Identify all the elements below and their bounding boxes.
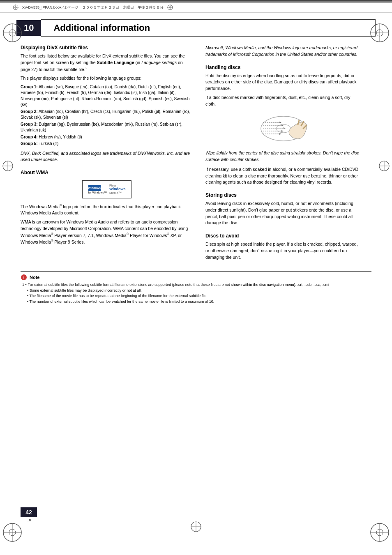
group2-line: Group 2: Albanian (sq), Croatian (hr), C… [21,109,193,121]
section-storing-title: Storing discs [205,192,362,198]
wma-para1: The Windows Media® logo printed on the b… [21,203,193,216]
avoid-para1: Discs spin at high speed inside the play… [205,241,362,260]
note-icon: ! [21,274,27,281]
handling-para2: If a disc becomes marked with fingerprin… [205,94,362,108]
corner-mark-bbr [369,522,390,543]
handling-para1: Hold the disc by its edges when handling… [205,73,362,92]
crosshair-small-icon-right [167,4,173,11]
mid-mark-left [2,160,14,172]
wma-flag-icon: Windows for Windows™ [88,185,107,194]
chapter-header: 10 Additional information [16,19,376,37]
content-area: Displaying DivX subtitle files The font … [21,45,371,263]
section-wma-title: About WMA [21,170,193,175]
note-header: ! Note [21,274,371,281]
file-info-bar: XV-DV535_IPPAN.book 42 ページ ２００５年２月２３日 水曜… [0,2,392,13]
handling-para3: If necessary, use a cloth soaked in alco… [205,166,362,186]
section-divx-title: Displaying DivX subtitle files [21,45,193,51]
note-bullet-2: • The filename of the movie file has to … [27,293,371,299]
section-handling-title: Handling discs [205,64,362,70]
wma-para2: WMA is an acronym for Windows Media Audi… [21,219,193,245]
group5-line: Group 5: Turkish (tr) [21,141,193,147]
corner-mark-tr [369,23,390,43]
svg-marker-31 [284,127,286,129]
corner-mark-bbl [2,522,23,543]
group1-line: Group 1: Albanian (sq), Basque (eu), Cat… [21,84,193,108]
note-bullet-3: • The number of external subtitle files … [27,299,371,305]
crosshair-small-icon [12,4,19,11]
section-avoid-title: Discs to avoid [205,233,362,239]
note-bullet-1: • Some external subtitle files may be di… [27,288,371,294]
svg-text:!: ! [23,276,25,280]
note-label: Note [30,275,39,280]
page-lang: En [26,518,31,522]
svg-marker-30 [281,124,284,126]
bottom-center-mark [190,521,202,532]
wma-logo: Windows for Windows™ Plays Windows Media… [82,180,132,198]
page-number-area: 42 En [21,507,37,522]
divx-trademark: DivX, DivX Certified, and associated log… [21,150,193,164]
microsoft-trademark: Microsoft, Windows Media, and the Window… [205,45,362,58]
note-section: ! Note 1 • For external subtitle files t… [21,271,371,304]
disc-illustration [205,112,362,145]
corner-mark-tl [2,23,23,43]
disc-caption: Wipe lightly from the center of the disc… [205,150,362,163]
left-column: Displaying DivX subtitle files The font … [21,45,193,263]
svg-marker-29 [279,122,281,123]
note-items: 1 • For external subtitle files the foll… [21,282,371,304]
svg-marker-33 [279,133,281,135]
group3-line: Group 3: Bulgarian (bg), Byelorussian (b… [21,122,193,134]
disc-cleaning-svg [255,112,312,145]
divx-para2: This player displays subtitles for the f… [21,75,193,82]
divx-para1: The font sets listed below are available… [21,53,193,73]
note-footnote: 1 • For external subtitle files the foll… [22,282,371,288]
svg-marker-32 [281,130,284,132]
page: XV-DV535_IPPAN.book 42 ページ ２００５年２月２３日 水曜… [0,0,392,555]
mid-mark-right [378,160,390,172]
group4-line: Group 4: Hebrew (iw), Yiddish (ji) [21,134,193,140]
language-groups: Group 1: Albanian (sq), Basque (eu), Cat… [21,84,193,147]
right-column: Microsoft, Windows Media, and the Window… [205,45,362,263]
chapter-title: Additional information [41,19,376,37]
wma-logo-container: Windows for Windows™ Plays Windows Media… [21,180,193,198]
page-number: 42 [21,507,37,517]
file-info-text: XV-DV535_IPPAN.book 42 ページ ２００５年２月２３日 水曜… [22,5,164,10]
storing-para1: Avoid leaving discs in excessively cold,… [205,200,362,226]
